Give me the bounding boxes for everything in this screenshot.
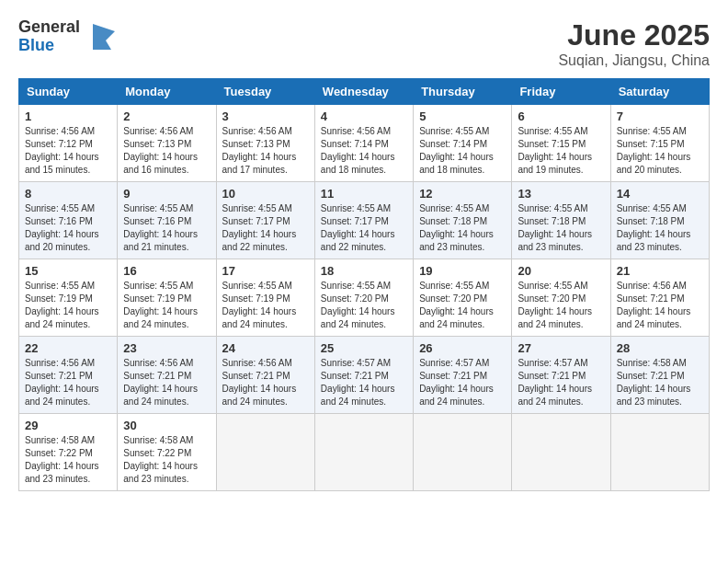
calendar-cell: 12 Sunrise: 4:55 AMSunset: 7:18 PMDaylig… bbox=[414, 182, 512, 259]
calendar-cell: 18 Sunrise: 4:55 AMSunset: 7:20 PMDaylig… bbox=[314, 259, 413, 337]
cell-info: Sunrise: 4:55 AMSunset: 7:15 PMDaylight:… bbox=[518, 126, 592, 175]
cell-info: Sunrise: 4:55 AMSunset: 7:16 PMDaylight:… bbox=[25, 203, 99, 252]
cell-info: Sunrise: 4:55 AMSunset: 7:20 PMDaylight:… bbox=[518, 281, 592, 329]
calendar-cell: 11 Sunrise: 4:55 AMSunset: 7:17 PMDaylig… bbox=[314, 182, 413, 259]
day-number: 14 bbox=[617, 187, 703, 201]
day-number: 5 bbox=[419, 109, 506, 123]
cell-info: Sunrise: 4:55 AMSunset: 7:20 PMDaylight:… bbox=[419, 281, 494, 329]
day-number: 20 bbox=[518, 264, 604, 278]
day-number: 6 bbox=[518, 109, 604, 123]
calendar-subtitle: Suqian, Jiangsu, China bbox=[558, 52, 710, 69]
day-number: 7 bbox=[617, 109, 703, 123]
calendar-cell: 9 Sunrise: 4:55 AMSunset: 7:16 PMDayligh… bbox=[118, 182, 216, 259]
cell-info: Sunrise: 4:56 AMSunset: 7:21 PMDaylight:… bbox=[222, 358, 297, 407]
calendar-cell: 17 Sunrise: 4:55 AMSunset: 7:19 PMDaylig… bbox=[216, 259, 314, 337]
cell-info: Sunrise: 4:56 AMSunset: 7:21 PMDaylight:… bbox=[25, 358, 99, 407]
calendar-cell: 8 Sunrise: 4:55 AMSunset: 7:16 PMDayligh… bbox=[19, 182, 118, 259]
day-number: 24 bbox=[222, 341, 309, 355]
calendar-cell bbox=[414, 414, 512, 491]
calendar-cell: 22 Sunrise: 4:56 AMSunset: 7:21 PMDaylig… bbox=[19, 337, 118, 414]
logo-general-text: General bbox=[18, 18, 80, 37]
calendar-cell: 4 Sunrise: 4:56 AMSunset: 7:14 PMDayligh… bbox=[314, 105, 413, 182]
day-number: 10 bbox=[222, 187, 309, 201]
calendar-cell: 13 Sunrise: 4:55 AMSunset: 7:18 PMDaylig… bbox=[512, 182, 610, 259]
calendar-cell: 19 Sunrise: 4:55 AMSunset: 7:20 PMDaylig… bbox=[414, 259, 512, 337]
logo-blue-text: Blue bbox=[18, 37, 80, 55]
cell-info: Sunrise: 4:55 AMSunset: 7:18 PMDaylight:… bbox=[617, 203, 691, 252]
calendar-cell bbox=[610, 414, 709, 491]
cell-info: Sunrise: 4:55 AMSunset: 7:14 PMDaylight:… bbox=[419, 126, 494, 175]
cell-info: Sunrise: 4:55 AMSunset: 7:18 PMDaylight:… bbox=[518, 203, 592, 252]
column-header-thursday: Thursday bbox=[414, 79, 512, 105]
calendar-cell: 29 Sunrise: 4:58 AMSunset: 7:22 PMDaylig… bbox=[19, 414, 118, 491]
calendar-cell: 15 Sunrise: 4:55 AMSunset: 7:19 PMDaylig… bbox=[19, 259, 118, 337]
day-number: 11 bbox=[321, 187, 407, 201]
calendar-cell: 14 Sunrise: 4:55 AMSunset: 7:18 PMDaylig… bbox=[610, 182, 709, 259]
calendar-cell bbox=[314, 414, 413, 491]
cell-info: Sunrise: 4:55 AMSunset: 7:19 PMDaylight:… bbox=[123, 281, 198, 329]
day-number: 13 bbox=[518, 187, 604, 201]
day-number: 29 bbox=[25, 419, 111, 432]
calendar-cell: 26 Sunrise: 4:57 AMSunset: 7:21 PMDaylig… bbox=[414, 337, 512, 414]
calendar-cell bbox=[512, 414, 610, 491]
day-number: 15 bbox=[25, 264, 111, 278]
cell-info: Sunrise: 4:55 AMSunset: 7:19 PMDaylight:… bbox=[222, 281, 297, 329]
day-number: 18 bbox=[321, 264, 407, 278]
day-number: 3 bbox=[222, 109, 309, 123]
day-number: 21 bbox=[617, 264, 703, 278]
day-number: 23 bbox=[123, 341, 210, 355]
day-number: 16 bbox=[123, 264, 210, 278]
cell-info: Sunrise: 4:56 AMSunset: 7:13 PMDaylight:… bbox=[222, 126, 297, 175]
day-number: 22 bbox=[25, 341, 111, 355]
cell-info: Sunrise: 4:57 AMSunset: 7:21 PMDaylight:… bbox=[419, 358, 494, 407]
cell-info: Sunrise: 4:56 AMSunset: 7:21 PMDaylight:… bbox=[123, 358, 198, 407]
calendar-week-row: 1 Sunrise: 4:56 AMSunset: 7:12 PMDayligh… bbox=[19, 105, 710, 182]
calendar-cell: 21 Sunrise: 4:56 AMSunset: 7:21 PMDaylig… bbox=[610, 259, 709, 337]
column-header-monday: Monday bbox=[118, 79, 216, 105]
calendar-cell: 5 Sunrise: 4:55 AMSunset: 7:14 PMDayligh… bbox=[414, 105, 512, 182]
column-header-sunday: Sunday bbox=[19, 79, 118, 105]
cell-info: Sunrise: 4:55 AMSunset: 7:15 PMDaylight:… bbox=[617, 126, 691, 175]
calendar-cell: 27 Sunrise: 4:57 AMSunset: 7:21 PMDaylig… bbox=[512, 337, 610, 414]
day-number: 19 bbox=[419, 264, 506, 278]
column-header-tuesday: Tuesday bbox=[216, 79, 314, 105]
day-number: 2 bbox=[123, 109, 210, 123]
calendar-week-row: 8 Sunrise: 4:55 AMSunset: 7:16 PMDayligh… bbox=[19, 182, 710, 259]
day-number: 17 bbox=[222, 264, 309, 278]
cell-info: Sunrise: 4:55 AMSunset: 7:17 PMDaylight:… bbox=[222, 203, 297, 252]
calendar-title: June 2025 bbox=[558, 18, 710, 52]
cell-info: Sunrise: 4:56 AMSunset: 7:21 PMDaylight:… bbox=[617, 281, 691, 329]
calendar-cell: 16 Sunrise: 4:55 AMSunset: 7:19 PMDaylig… bbox=[118, 259, 216, 337]
cell-info: Sunrise: 4:56 AMSunset: 7:12 PMDaylight:… bbox=[25, 126, 99, 175]
cell-info: Sunrise: 4:55 AMSunset: 7:20 PMDaylight:… bbox=[321, 281, 395, 329]
calendar-week-row: 29 Sunrise: 4:58 AMSunset: 7:22 PMDaylig… bbox=[19, 414, 710, 491]
day-number: 12 bbox=[419, 187, 506, 201]
calendar-cell: 28 Sunrise: 4:58 AMSunset: 7:21 PMDaylig… bbox=[610, 337, 709, 414]
day-number: 26 bbox=[419, 341, 506, 355]
column-header-friday: Friday bbox=[512, 79, 610, 105]
calendar-cell: 3 Sunrise: 4:56 AMSunset: 7:13 PMDayligh… bbox=[216, 105, 314, 182]
calendar-cell: 10 Sunrise: 4:55 AMSunset: 7:17 PMDaylig… bbox=[216, 182, 314, 259]
calendar-cell: 1 Sunrise: 4:56 AMSunset: 7:12 PMDayligh… bbox=[19, 105, 118, 182]
calendar-cell: 30 Sunrise: 4:58 AMSunset: 7:22 PMDaylig… bbox=[118, 414, 216, 491]
day-number: 1 bbox=[25, 109, 111, 123]
cell-info: Sunrise: 4:57 AMSunset: 7:21 PMDaylight:… bbox=[321, 358, 395, 407]
day-number: 4 bbox=[321, 109, 407, 123]
cell-info: Sunrise: 4:55 AMSunset: 7:19 PMDaylight:… bbox=[25, 281, 99, 329]
calendar-cell: 20 Sunrise: 4:55 AMSunset: 7:20 PMDaylig… bbox=[512, 259, 610, 337]
cell-info: Sunrise: 4:55 AMSunset: 7:17 PMDaylight:… bbox=[321, 203, 395, 252]
page-header: General Blue June 2025 Suqian, Jiangsu, … bbox=[18, 18, 710, 69]
cell-info: Sunrise: 4:57 AMSunset: 7:21 PMDaylight:… bbox=[518, 358, 592, 407]
calendar-table: SundayMondayTuesdayWednesdayThursdayFrid… bbox=[18, 78, 710, 491]
day-number: 30 bbox=[123, 419, 210, 432]
day-number: 28 bbox=[617, 341, 703, 355]
day-number: 9 bbox=[123, 187, 210, 201]
calendar-cell: 7 Sunrise: 4:55 AMSunset: 7:15 PMDayligh… bbox=[610, 105, 709, 182]
cell-info: Sunrise: 4:56 AMSunset: 7:13 PMDaylight:… bbox=[123, 126, 198, 175]
calendar-cell: 6 Sunrise: 4:55 AMSunset: 7:15 PMDayligh… bbox=[512, 105, 610, 182]
calendar-week-row: 22 Sunrise: 4:56 AMSunset: 7:21 PMDaylig… bbox=[19, 337, 710, 414]
column-header-saturday: Saturday bbox=[610, 79, 709, 105]
cell-info: Sunrise: 4:56 AMSunset: 7:14 PMDaylight:… bbox=[321, 126, 395, 175]
calendar-cell: 24 Sunrise: 4:56 AMSunset: 7:21 PMDaylig… bbox=[216, 337, 314, 414]
calendar-cell bbox=[216, 414, 314, 491]
